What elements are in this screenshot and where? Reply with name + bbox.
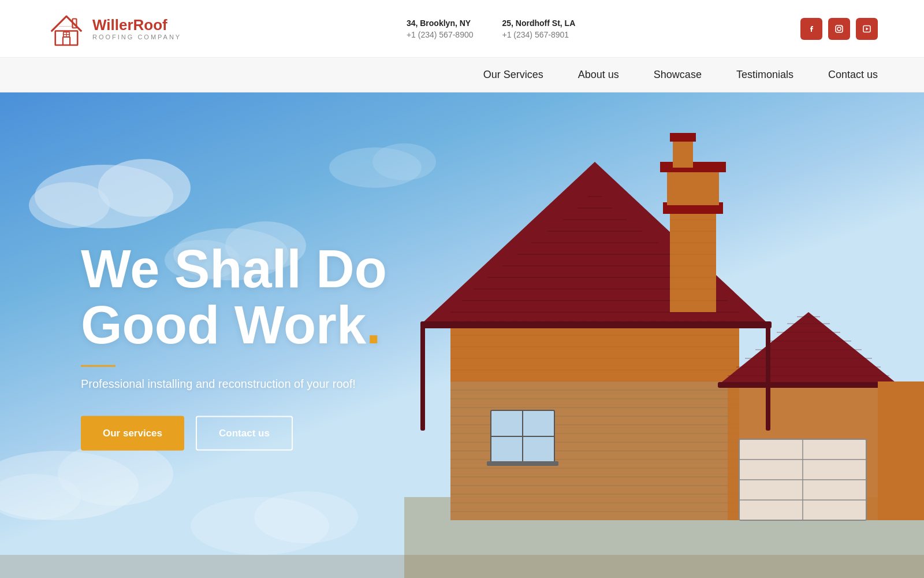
nav-item-showcase[interactable]: Showcase bbox=[654, 65, 702, 84]
hero-title: We Shall Do Good Work. bbox=[81, 241, 387, 353]
svg-rect-1 bbox=[63, 37, 70, 45]
contact-info: 34, Brooklyn, NY +1 (234) 567-8900 25, N… bbox=[407, 18, 575, 39]
facebook-icon[interactable] bbox=[800, 18, 822, 40]
youtube-icon[interactable] bbox=[856, 18, 878, 40]
svg-point-9 bbox=[841, 26, 842, 27]
svg-rect-102 bbox=[766, 327, 770, 431]
hero-services-button[interactable]: Our services bbox=[81, 416, 184, 451]
house-illustration bbox=[404, 92, 924, 578]
nav-item-contact-us[interactable]: Contact us bbox=[828, 65, 878, 84]
svg-rect-66 bbox=[667, 168, 719, 205]
hero-content: We Shall Do Good Work. Professional inst… bbox=[81, 241, 387, 451]
hero-buttons: Our services Contact us bbox=[81, 416, 387, 451]
hero-divider bbox=[81, 365, 116, 367]
nav-item-our-services[interactable]: Our Services bbox=[483, 65, 543, 84]
hero-title-line1: We Shall Do bbox=[81, 239, 387, 298]
svg-rect-56 bbox=[670, 208, 716, 312]
svg-point-8 bbox=[837, 27, 841, 31]
brand-name: WillerRoof bbox=[92, 17, 181, 34]
brand-tagline: ROOFING COMPANY bbox=[92, 34, 181, 40]
address-block-1: 34, Brooklyn, NY +1 (234) 567-8900 bbox=[407, 18, 474, 39]
hero-subtitle: Professional installing and reconstructi… bbox=[81, 377, 387, 391]
svg-rect-103 bbox=[718, 382, 899, 388]
logo-icon bbox=[46, 9, 87, 49]
svg-rect-69 bbox=[670, 133, 696, 142]
hero-title-dot: . bbox=[366, 295, 381, 354]
instagram-icon[interactable] bbox=[828, 18, 850, 40]
svg-rect-101 bbox=[420, 327, 425, 431]
svg-rect-68 bbox=[673, 139, 693, 168]
logo-text: WillerRoof ROOFING COMPANY bbox=[92, 17, 181, 40]
svg-marker-10 bbox=[866, 27, 869, 30]
svg-rect-89 bbox=[487, 461, 558, 466]
address-block-2: 25, Nordhoff St, LA +1 (234) 567-8901 bbox=[502, 18, 576, 39]
address1-line1: 34, Brooklyn, NY bbox=[407, 18, 474, 28]
logo[interactable]: WillerRoof ROOFING COMPANY bbox=[46, 9, 181, 49]
site-header: WillerRoof ROOFING COMPANY 34, Brooklyn,… bbox=[0, 0, 924, 58]
main-nav: Our Services About us Showcase Testimoni… bbox=[0, 58, 924, 92]
nav-item-about-us[interactable]: About us bbox=[578, 65, 619, 84]
address1-line2: +1 (234) 567-8900 bbox=[407, 30, 474, 39]
hero-title-line2: Good Work bbox=[81, 295, 366, 354]
address2-line2: +1 (234) 567-8901 bbox=[502, 30, 576, 39]
hero-contact-button[interactable]: Contact us bbox=[196, 416, 293, 451]
address2-line1: 25, Nordhoff St, LA bbox=[502, 18, 576, 28]
nav-list: Our Services About us Showcase Testimoni… bbox=[483, 65, 878, 84]
svg-rect-111 bbox=[878, 381, 924, 520]
social-icons bbox=[800, 18, 878, 40]
hero-section: We Shall Do Good Work. Professional inst… bbox=[0, 92, 924, 578]
svg-rect-100 bbox=[420, 321, 772, 328]
nav-item-testimonials[interactable]: Testimonials bbox=[736, 65, 793, 84]
